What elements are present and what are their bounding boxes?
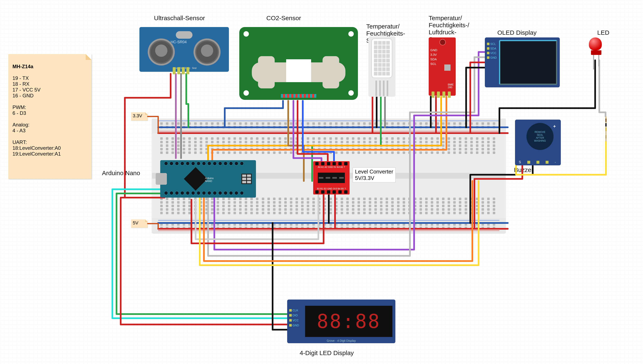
ultrasonic-model: HC-SR04: [171, 40, 187, 44]
note-title: MH-Z14a: [13, 64, 33, 69]
four-digit-label: 4-Digit LED Display: [300, 350, 354, 356]
digi-pin-1: DIO: [293, 313, 298, 318]
oled-pin-2: VCC: [490, 51, 496, 55]
led: [589, 38, 603, 62]
resistor: [603, 116, 608, 142]
oled-pin-0: SCL: [490, 42, 496, 46]
dht-sensor: [368, 36, 395, 97]
bme-chip-label: BME 280: [448, 83, 454, 88]
level-converter-label: Level Converter 5V/3.3V: [353, 168, 396, 182]
buz-pin-minus: -: [555, 160, 556, 164]
note-line-0: 19 - TX: [13, 75, 29, 81]
nano-silk: Arduino NANO: [205, 177, 214, 182]
oled-display: SCL SDA VCC GND: [485, 38, 560, 87]
ultrasonic-sensor: HC-SR04 Vcc Trig Echo Gnd: [139, 27, 229, 72]
digi-pin-2: VCC: [293, 318, 299, 323]
bme-pin-0: GND: [430, 48, 437, 52]
led-label: LED: [597, 29, 609, 36]
tag-3v3: 3.3V: [131, 112, 148, 121]
note-line-9: 4 - A3: [13, 128, 26, 133]
co2-label: CO2-Sensor: [266, 14, 301, 22]
bme280-sensor: GND 3.3V SDA SCL BME 280: [429, 38, 456, 96]
co2-sensor: [239, 27, 358, 100]
note-line-2: 17 - VCC 5V: [13, 87, 41, 92]
note-line-1: 18 - RX: [13, 81, 29, 87]
lvl-bot-silk: B0 B1 B2 GND 3V3 B4 B5 ?: [313, 188, 350, 190]
bme-pin-3: SCL: [430, 62, 437, 66]
ultrasonic-label: Ultraschall-Sensor: [154, 14, 205, 22]
digi-pin-0: CLK: [293, 308, 298, 313]
bme-pin-2: SDA: [430, 57, 437, 62]
note-line-11: UART:: [13, 139, 27, 145]
note-line-3: 16 - GND: [13, 93, 34, 98]
us-pin-3: Gnd: [192, 67, 196, 69]
digi-value: 88:88: [305, 306, 392, 337]
buzzer-label: Buzzer: [514, 166, 533, 174]
note-line-13: 19:LevelConverter:A1: [13, 151, 61, 156]
four-digit-display: CLK DIO VCC GND 88:88 Grove - 4 Digit Di…: [287, 300, 395, 343]
oled-pin-3: GND: [490, 55, 497, 60]
oled-label: OLED Display: [497, 29, 536, 36]
note-line-12: 18:LevelConverter:A0: [13, 145, 61, 151]
note-line-5: PWM:: [13, 104, 26, 110]
digi-silk: Grove - 4 Digit Display: [287, 339, 395, 342]
arduino-nano: Arduino NANO: [160, 160, 256, 198]
nano-label-text: Arduino Nano: [102, 170, 140, 176]
digi-pin-3: GND: [293, 323, 299, 328]
oled-pin-1: SDA: [490, 46, 496, 51]
level-converter: A0 A1 A2 GND 5V A4 A5 ? B0 B1 B2 GND 3V3…: [313, 161, 350, 194]
buz-pin-s: S: [519, 160, 521, 164]
note-line-8: Analog:: [13, 122, 29, 128]
buzzer-seal-text: REMOVE SEAL AFTER WASHING: [534, 130, 546, 142]
tag-5v: 5V: [131, 220, 148, 228]
note-line-6: 6 - D3: [13, 110, 26, 116]
lvl-top-silk: A0 A1 A2 GND 5V A4 A5 ?: [313, 166, 350, 168]
bme-pin-1: 3.3V: [430, 52, 437, 57]
buzzer-module: + REMOVE SEAL AFTER WASHING S -: [515, 120, 561, 165]
pinout-note: MH-Z14a 19 - TX 18 - RX 17 - VCC 5V 16 -…: [8, 54, 92, 179]
